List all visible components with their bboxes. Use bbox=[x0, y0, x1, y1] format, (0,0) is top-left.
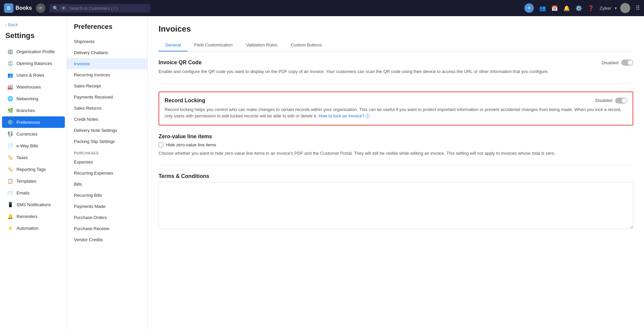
sidebar-item-label: Reporting Tags bbox=[16, 167, 46, 172]
chevron-left-icon: ‹ bbox=[5, 22, 7, 27]
invoice-qr-status: Disabled bbox=[601, 60, 618, 65]
sidebar-item-templates[interactable]: 📋 Templates bbox=[2, 175, 65, 187]
warehouses-icon: 🏭 bbox=[7, 84, 13, 89]
invoice-qr-toggle-wrap: Disabled bbox=[601, 60, 633, 66]
sidebar-item-networking[interactable]: 🌐 Networking bbox=[2, 93, 65, 104]
sidebar-title: Settings bbox=[0, 29, 67, 45]
search-bar[interactable]: 🔍 ▼ bbox=[49, 4, 150, 12]
pref-item-invoices[interactable]: Invoices bbox=[67, 58, 147, 69]
pref-item-purchase-receive[interactable]: Purchase Receive bbox=[67, 223, 147, 234]
user-avatar bbox=[620, 3, 630, 13]
invoice-qr-toggle[interactable] bbox=[621, 60, 633, 66]
pref-item-recurring-expenses[interactable]: Recurring Expenses bbox=[67, 168, 147, 179]
sidebar-item-reminders[interactable]: 🔔 Reminders bbox=[2, 211, 65, 222]
sidebar-item-label: Currencies bbox=[16, 132, 38, 137]
pref-item-recurring-invoices[interactable]: Recurring Invoices bbox=[67, 69, 147, 80]
org-profile-icon: 🏢 bbox=[7, 49, 13, 54]
app-grid-icon[interactable]: ⠿ bbox=[636, 4, 640, 12]
sidebar-item-reporting-tags[interactable]: 🏷️ Reporting Tags bbox=[2, 163, 65, 175]
sidebar-item-label: Taxes bbox=[16, 155, 28, 160]
invoice-qr-title: Invoice QR Code bbox=[159, 60, 202, 66]
pref-item-bills[interactable]: Bills bbox=[67, 179, 147, 190]
pref-item-sales-receipt[interactable]: Sales Receipt bbox=[67, 80, 147, 92]
sidebar-item-label: Organization Profile bbox=[16, 49, 55, 54]
history-icon[interactable]: ⟳ bbox=[36, 3, 45, 13]
sidebar-item-emails[interactable]: ✉️ Emails bbox=[2, 187, 65, 198]
pref-item-purchase-orders[interactable]: Purchase Orders bbox=[67, 212, 147, 223]
sidebar-item-org-profile[interactable]: 🏢 Organization Profile bbox=[2, 46, 65, 57]
record-locking-title: Record Locking bbox=[165, 98, 205, 104]
sidebar-item-label: Reminders bbox=[16, 214, 38, 219]
tab-field-customization[interactable]: Field Customization bbox=[187, 39, 239, 51]
sidebar-item-eway-bills[interactable]: 📄 e-Way Bills bbox=[2, 140, 65, 151]
content-area: Invoices General Field Customization Val… bbox=[148, 16, 644, 329]
sidebar-item-automation[interactable]: ⚡ Automation bbox=[2, 222, 65, 234]
search-input[interactable] bbox=[69, 6, 147, 11]
record-locking-toggle-wrap: Disabled bbox=[595, 98, 627, 104]
pref-item-credit-notes[interactable]: Credit Notes bbox=[67, 114, 147, 125]
gear-icon[interactable]: ⚙️ bbox=[575, 5, 582, 11]
record-locking-status: Disabled bbox=[595, 98, 612, 103]
zero-value-checkbox[interactable] bbox=[159, 143, 163, 147]
networking-icon: 🌐 bbox=[7, 96, 13, 101]
pref-item-delivery-note-settings[interactable]: Delivery Note Settings bbox=[67, 125, 147, 136]
sidebar-item-opening-balances[interactable]: ⚖️ Opening Balances bbox=[2, 58, 65, 69]
taxes-icon: 🏷️ bbox=[7, 155, 13, 160]
sidebar-item-warehouses[interactable]: 🏭 Warehouses bbox=[2, 81, 65, 93]
record-locking-description: Record locking helps you control who can… bbox=[165, 106, 627, 120]
pref-item-sales-returns[interactable]: Sales Returns bbox=[67, 103, 147, 114]
tabs: General Field Customization Validation R… bbox=[159, 39, 633, 51]
pref-item-shipments[interactable]: Shipments bbox=[67, 36, 147, 47]
emails-icon: ✉️ bbox=[7, 190, 13, 195]
terms-textarea[interactable] bbox=[159, 182, 633, 229]
bell-icon[interactable]: 🔔 bbox=[563, 5, 570, 11]
sidebar-item-label: e-Way Bills bbox=[16, 143, 38, 148]
tab-validation-rules[interactable]: Validation Rules bbox=[239, 39, 284, 51]
sidebar-item-currencies[interactable]: 💱 Currencies bbox=[2, 128, 65, 140]
zero-value-description: Choose whether you want to hide zero-val… bbox=[159, 150, 633, 157]
app-logo[interactable]: B Books bbox=[4, 3, 32, 13]
currencies-icon: 💱 bbox=[7, 131, 13, 137]
sidebar-item-preferences[interactable]: ⚙️ Preferences bbox=[2, 116, 65, 128]
invoice-qr-description: Enable and configure the QR code you wan… bbox=[159, 68, 633, 75]
sidebar-item-label: Users & Roles bbox=[16, 73, 44, 78]
opening-balances-icon: ⚖️ bbox=[7, 61, 13, 66]
sidebar-item-taxes[interactable]: 🏷️ Taxes bbox=[2, 152, 65, 163]
pref-item-packing-slip-settings[interactable]: Packing Slip Settings bbox=[67, 136, 147, 147]
pref-item-payments-received[interactable]: Payments Received bbox=[67, 92, 147, 103]
back-button[interactable]: ‹ Back bbox=[0, 20, 67, 29]
sidebar-item-branches[interactable]: 🌿 Branches bbox=[2, 105, 65, 116]
pref-item-payments-made[interactable]: Payments Made bbox=[67, 201, 147, 212]
invoice-qr-section: Invoice QR Code Disabled Enable and conf… bbox=[159, 60, 633, 83]
calendar-icon[interactable]: 📅 bbox=[551, 5, 558, 11]
app-name: Books bbox=[15, 5, 32, 11]
sidebar-item-label: Preferences bbox=[16, 120, 40, 125]
tab-custom-buttons[interactable]: Custom Buttons bbox=[284, 39, 329, 51]
record-locking-toggle[interactable] bbox=[615, 98, 627, 104]
pref-panel-title: Preferences bbox=[67, 23, 147, 36]
pref-item-recurring-bills[interactable]: Recurring Bills bbox=[67, 190, 147, 201]
sidebar-item-label: Warehouses bbox=[16, 84, 41, 89]
users-icon[interactable]: 👥 bbox=[539, 5, 546, 11]
zero-value-header: Zero-value line items bbox=[159, 134, 633, 140]
sidebar-item-users-roles[interactable]: 👥 Users & Roles bbox=[2, 69, 65, 81]
reporting-tags-icon: 🏷️ bbox=[7, 167, 13, 172]
sidebar-item-label: Emails bbox=[16, 190, 30, 195]
record-locking-link[interactable]: How to lock an invoice? bbox=[318, 113, 364, 118]
help-icon[interactable]: ❓ bbox=[588, 5, 594, 11]
pref-item-delivery-challans[interactable]: Delivery Challans bbox=[67, 47, 147, 58]
back-label: Back bbox=[8, 22, 18, 27]
user-menu[interactable]: Zylker ▼ bbox=[600, 3, 630, 13]
pref-item-vendor-credits[interactable]: Vendor Credits bbox=[67, 234, 147, 245]
main-layout: ‹ Back Settings 🏢 Organization Profile ⚖… bbox=[0, 16, 644, 329]
sidebar-item-sms-notifications[interactable]: 📱 SMS Notifications bbox=[2, 199, 65, 210]
tab-general[interactable]: General bbox=[159, 39, 187, 51]
reminders-icon: 🔔 bbox=[7, 214, 13, 219]
plus-button[interactable]: + bbox=[524, 3, 534, 13]
sidebar-item-label: SMS Notifications bbox=[16, 202, 51, 207]
pref-panel: Preferences Shipments Delivery Challans … bbox=[67, 16, 148, 329]
pref-item-expenses[interactable]: Expenses bbox=[67, 156, 147, 168]
zero-value-checkbox-label[interactable]: Hide zero-value line items bbox=[166, 142, 216, 147]
terms-header: Terms & Conditions bbox=[159, 173, 633, 179]
logo-icon: B bbox=[4, 3, 13, 13]
